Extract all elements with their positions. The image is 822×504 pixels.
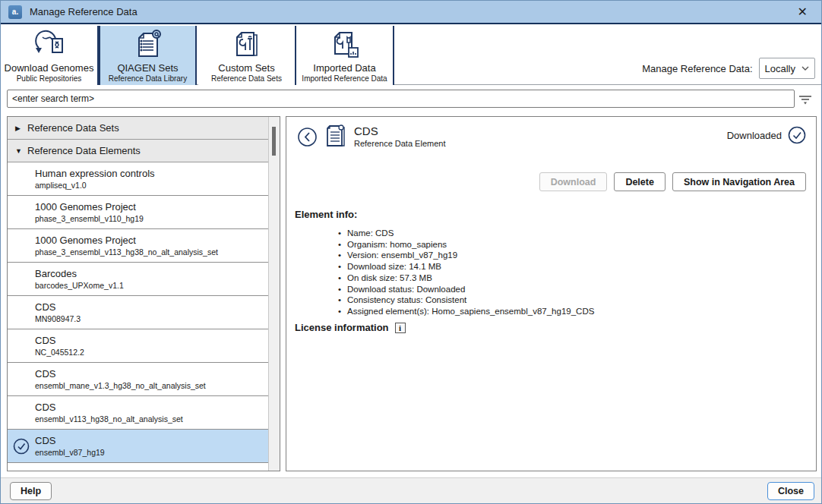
- list-item[interactable]: Barcodes barcodes_UPXome_v1.1: [8, 263, 270, 296]
- tab-label: QIAGEN Sets: [117, 62, 178, 74]
- list-item-selected[interactable]: CDS ensembl_v87_hg19: [8, 430, 270, 463]
- location-dropdown[interactable]: Locally: [759, 58, 815, 79]
- search-row: [1, 86, 821, 113]
- footer-bar: Help Close: [1, 477, 821, 503]
- expanded-arrow-icon: ▼: [15, 147, 27, 155]
- window-title: Manage Reference Data: [30, 6, 138, 17]
- info-item: •Name: CDS: [338, 228, 594, 239]
- element-info-heading: Element info:: [295, 209, 357, 220]
- info-item: •Version: ensembl_v87_hg19: [338, 250, 594, 261]
- section-label: Reference Data Sets: [27, 122, 119, 134]
- collapsed-arrow-icon: ▶: [15, 124, 27, 132]
- custom-sets-icon: [230, 28, 264, 61]
- list-item-title: Barcodes: [35, 267, 265, 280]
- tab-custom-sets[interactable]: Custom Sets Reference Data Sets: [198, 26, 296, 85]
- tab-sublabel: Imported Reference Data: [302, 74, 387, 83]
- license-information-label: License information: [295, 322, 389, 333]
- detail-subtitle: Reference Data Element: [354, 138, 445, 149]
- list-item-subtitle: MN908947.3: [35, 313, 265, 324]
- location-dropdown-value: Locally: [765, 63, 795, 74]
- list-item-subtitle: ensembl_v113_hg38_no_alt_analysis_set: [35, 414, 265, 424]
- list-item-title: CDS: [35, 301, 265, 313]
- imported-data-icon: [328, 28, 362, 61]
- list-item[interactable]: CDS MN908947.3: [8, 296, 270, 329]
- list-item-title: 1000 Genomes Project: [35, 234, 265, 247]
- list-item-subtitle: ensembl_v87_hg19: [35, 447, 265, 458]
- section-reference-data-sets[interactable]: ▶ Reference Data Sets: [8, 117, 270, 140]
- filter-icon[interactable]: [797, 93, 814, 106]
- scrollbar-thumb[interactable]: [272, 127, 276, 156]
- tab-label: Custom Sets: [218, 62, 274, 74]
- tab-sublabel: Public Repositories: [17, 74, 82, 83]
- window-close-icon[interactable]: ✕: [795, 5, 811, 20]
- list-item-subtitle: phase_3_ensembl_v113_hg38_no_alt_analysi…: [35, 247, 265, 257]
- list-item[interactable]: CDS ensembl_mane_v1.3_hg38_no_alt_analys…: [8, 363, 270, 396]
- list-item-title: CDS: [35, 334, 265, 347]
- title-bar: a. Manage Reference Data ✕: [1, 1, 821, 24]
- detail-title: CDS: [354, 124, 445, 138]
- section-reference-data-elements[interactable]: ▼ Reference Data Elements: [8, 140, 270, 162]
- list-item-title: CDS: [35, 367, 265, 380]
- list-item-subtitle: phase_3_ensembl_v110_hg19: [35, 213, 265, 224]
- info-item: •Assigned element(s): Homo_sapiens_ensem…: [338, 306, 594, 317]
- list-item[interactable]: 1000 Genomes Project phase_3_ensembl_v11…: [8, 196, 270, 229]
- manage-reference-data-label: Manage Reference Data:: [642, 63, 752, 74]
- list-item[interactable]: Human expression controls ampliseq_v1.0: [8, 162, 270, 196]
- tab-imported-data[interactable]: Imported Data Imported Reference Data: [296, 26, 394, 85]
- info-item: •Download size: 14.1 MB: [338, 261, 594, 272]
- search-input[interactable]: [7, 90, 795, 108]
- list-item-title: CDS: [35, 401, 265, 414]
- list-item-title: 1000 Genomes Project: [35, 200, 265, 213]
- tab-label: Download Genomes: [5, 62, 94, 74]
- chevron-down-icon: [801, 66, 809, 71]
- manage-reference-data-dialog: a. Manage Reference Data ✕ Download Geno…: [0, 0, 822, 504]
- list-item-subtitle: NC_045512.2: [35, 347, 265, 358]
- list-item[interactable]: CDS NC_045512.2: [8, 329, 270, 363]
- tab-label: Imported Data: [313, 62, 375, 74]
- list-item-title: Human expression controls: [35, 167, 265, 180]
- info-item: •Organism: homo_sapiens: [338, 239, 594, 250]
- delete-button[interactable]: Delete: [614, 172, 666, 191]
- info-icon[interactable]: i: [395, 323, 406, 333]
- element-info-list: •Name: CDS •Organism: homo_sapiens •Vers…: [338, 228, 594, 317]
- tab-bar: Download Genomes Public Repositories: [1, 26, 821, 85]
- tab-download-genomes[interactable]: Download Genomes Public Repositories: [1, 26, 99, 85]
- reference-element-document-icon: [324, 124, 346, 149]
- section-label: Reference Data Elements: [27, 145, 141, 156]
- close-button[interactable]: Close: [767, 482, 814, 500]
- app-icon: a.: [8, 5, 22, 19]
- help-button[interactable]: Help: [10, 482, 52, 500]
- globe-download-icon: [32, 28, 67, 61]
- list-item-subtitle: ensembl_mane_v1.3_hg38_no_alt_analysis_s…: [35, 380, 265, 391]
- element-detail-panel: CDS Reference Data Element Downloaded Do…: [286, 116, 817, 471]
- downloaded-check-icon: [13, 438, 30, 455]
- tab-sublabel: Reference Data Library: [109, 74, 187, 83]
- scrollbar-track[interactable]: [268, 117, 280, 471]
- info-item: •Download status: Downloaded: [338, 284, 594, 295]
- list-item[interactable]: CDS ensembl_v113_hg38_no_alt_analysis_se…: [8, 396, 270, 430]
- tab-qiagen-sets[interactable]: QIAGEN Sets Reference Data Library: [99, 26, 197, 85]
- info-item: •Consistency status: Consistent: [338, 295, 594, 306]
- list-item-title: CDS: [35, 434, 265, 447]
- show-in-navigation-area-button[interactable]: Show in Navigation Area: [672, 172, 806, 191]
- downloaded-check-icon: [788, 126, 806, 144]
- reference-data-list-panel: ▶ Reference Data Sets ▼ Reference Data E…: [7, 116, 280, 471]
- tab-sublabel: Reference Data Sets: [211, 74, 282, 83]
- back-button[interactable]: [297, 127, 318, 147]
- list-item-subtitle: barcodes_UPXome_v1.1: [35, 280, 265, 291]
- list-item-subtitle: ampliseq_v1.0: [35, 180, 265, 191]
- qiagen-sets-icon: [131, 28, 165, 61]
- download-button[interactable]: Download: [539, 172, 608, 191]
- info-item: •On disk size: 57.3 MB: [338, 272, 594, 284]
- list-item[interactable]: 1000 Genomes Project phase_3_ensembl_v11…: [8, 229, 270, 263]
- download-status-label: Downloaded: [727, 130, 782, 141]
